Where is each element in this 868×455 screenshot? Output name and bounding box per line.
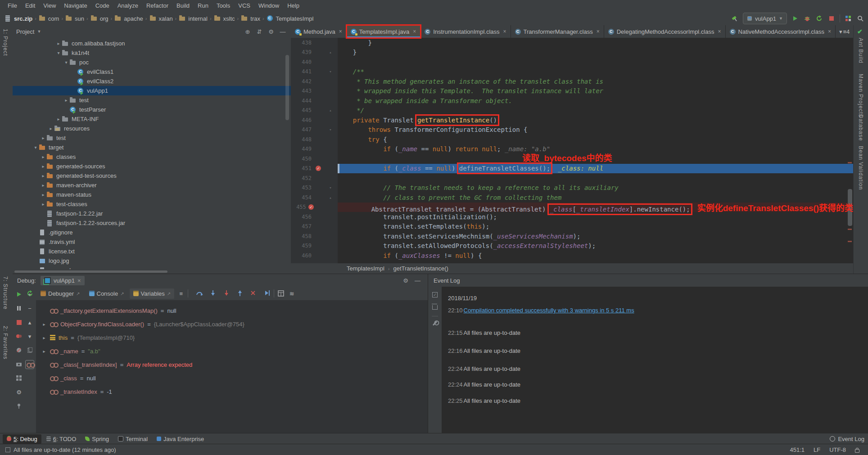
editor-breadcrumb-item[interactable]: getTransletInstance() — [393, 265, 448, 272]
breadcrumb-item[interactable]: internal — [179, 15, 208, 22]
fold-marker[interactable]: ▾ — [325, 185, 336, 190]
file-encoding[interactable]: UTF-8 — [829, 446, 846, 453]
run-to-cursor-icon[interactable] — [263, 289, 271, 297]
line-number[interactable]: 451 — [291, 165, 312, 171]
force-step-into-icon[interactable] — [222, 289, 231, 297]
editor-tab-transformermanager-class[interactable]: CTransformerManager.class× — [511, 25, 604, 38]
tool-window-button--debug[interactable]: 5: Debug — [3, 434, 41, 444]
editor-tab-nativemethodaccessorimpl-class[interactable]: CNativeMethodAccessorImpl.class× — [726, 25, 836, 38]
tool-strip-button-database[interactable]: Database — [858, 114, 864, 141]
tree-item-logo-jpg[interactable]: logo.jpg — [13, 256, 291, 266]
watch-row[interactable]: _class=null — [36, 371, 428, 385]
chevron-collapsed-icon[interactable]: ▸ — [40, 192, 46, 197]
line-ending[interactable]: LF — [814, 446, 820, 453]
menu-item-view[interactable]: View — [39, 0, 60, 12]
move-down-icon[interactable]: ▾ — [26, 332, 34, 340]
tree-item-license-txt[interactable]: license.txt — [13, 247, 291, 256]
line-number[interactable]: 460 — [291, 252, 312, 259]
mute-breakpoints-icon[interactable] — [15, 346, 23, 354]
tool-strip-button-bean-validation[interactable]: Bean Validation — [858, 146, 864, 190]
chevron-collapsed-icon[interactable]: ▸ — [40, 135, 46, 140]
tree-item-target[interactable]: ▾target — [13, 143, 291, 152]
lock-icon[interactable] — [855, 449, 859, 453]
breadcrumb-item[interactable]: xalan — [149, 15, 173, 22]
chevron-expanded-icon[interactable]: ▾ — [32, 145, 39, 150]
evaluate-expression-icon[interactable] — [277, 289, 285, 297]
tree-item-poc[interactable]: ▾poc — [13, 58, 291, 67]
tree-item--travis-yml[interactable]: .travis.yml — [13, 237, 291, 247]
line-number[interactable]: 457 — [291, 223, 312, 230]
editor-tab-templatesimpl-java[interactable]: CTemplatesImpl.java× — [347, 25, 420, 38]
line-number[interactable]: 443 — [291, 88, 312, 94]
error-stripe-mark[interactable] — [848, 241, 852, 242]
close-icon[interactable]: × — [77, 277, 81, 284]
fold-marker[interactable]: ▾ — [325, 69, 336, 74]
menu-item-tools[interactable]: Tools — [212, 0, 234, 12]
tool-window-button-java-enterprise[interactable]: Java Enterprise — [153, 434, 208, 444]
fold-marker[interactable]: ▴ — [325, 108, 336, 113]
menu-item-code[interactable]: Code — [91, 0, 113, 12]
breadcrumb-item[interactable]: com — [39, 15, 59, 22]
add-watch-icon[interactable]: + — [26, 290, 34, 298]
step-over-icon[interactable] — [195, 289, 203, 297]
mark-read-icon[interactable]: ✓ — [432, 292, 438, 297]
chevron-collapsed-icon[interactable]: ▸ — [41, 322, 47, 327]
chevron-collapsed-icon[interactable]: ▸ — [41, 335, 47, 340]
watch-row[interactable]: _tfactory.getExternalExtensionsMap()=nul… — [36, 304, 428, 317]
close-icon[interactable]: × — [339, 28, 342, 35]
line-number[interactable]: 442 — [291, 78, 312, 85]
gear-icon[interactable]: ⚙ — [403, 277, 408, 284]
copy-icon[interactable] — [26, 346, 34, 354]
chevron-collapsed-icon[interactable]: ▸ — [40, 154, 46, 159]
gear-icon[interactable]: ⚙ — [15, 388, 23, 396]
debug-button[interactable] — [803, 14, 811, 23]
remove-watch-icon[interactable]: − — [26, 304, 34, 312]
close-icon[interactable]: × — [718, 28, 721, 35]
project-tree-hscrollbar[interactable] — [14, 270, 167, 273]
chevron-expanded-icon[interactable]: ▾ — [55, 50, 62, 55]
fold-marker[interactable]: ▴ — [325, 50, 336, 54]
line-number[interactable]: 438 — [291, 40, 312, 46]
error-stripe-mark[interactable] — [848, 229, 852, 230]
debug-tab-console[interactable]: Console↗ — [86, 288, 128, 299]
watch-row[interactable]: _class[_transletIndex]=Array reference e… — [36, 358, 428, 371]
run-config-select[interactable]: vulApp1 ▼ — [743, 13, 787, 24]
hide-panel-icon[interactable]: — — [415, 277, 420, 284]
step-into-icon[interactable] — [209, 289, 217, 297]
line-number[interactable]: 453 — [291, 185, 312, 191]
tool-strip-button--favorites[interactable]: 2: Favorites — [2, 326, 9, 360]
line-number[interactable]: 455 — [291, 204, 306, 210]
chevron-collapsed-icon[interactable]: ▸ — [55, 117, 62, 122]
move-up-icon[interactable]: ▴ — [26, 318, 34, 326]
line-number[interactable]: 446 — [291, 117, 312, 123]
pause-icon[interactable] — [15, 304, 23, 312]
close-icon[interactable]: × — [413, 28, 416, 35]
line-number[interactable]: 452 — [291, 175, 312, 181]
breadcrumb-item[interactable]: trax — [241, 15, 260, 22]
breadcrumb-item[interactable]: src.zip — [5, 15, 32, 22]
tool-strip-button--structure[interactable]: 7: Structure — [2, 276, 9, 310]
editor-tab-instrumentationimpl-class[interactable]: CInstrumentationImpl.class× — [420, 25, 511, 38]
chevron-collapsed-icon[interactable]: ▸ — [40, 173, 46, 178]
chevron-collapsed-icon[interactable]: ▸ — [40, 164, 46, 169]
tree-item-test-classes[interactable]: ▸test-classes — [13, 199, 291, 209]
line-number[interactable]: 441 — [291, 68, 312, 75]
debug-tab-variables[interactable]: Variables↗ — [130, 288, 175, 299]
chevron-collapsed-icon[interactable]: ▸ — [63, 98, 69, 103]
chevron-collapsed-icon[interactable]: ▸ — [40, 183, 46, 188]
tool-window-button--todo[interactable]: 6: TODO — [42, 434, 81, 444]
breadcrumb-item[interactable]: CTemplatesImpl — [267, 15, 314, 22]
watch-row[interactable]: ▸ObjectFactory.findClassLoader()={Launch… — [36, 317, 428, 331]
tree-item-maven-archiver[interactable]: ▸maven-archiver — [13, 180, 291, 190]
show-watches-icon[interactable] — [25, 360, 34, 369]
line-number[interactable]: 448 — [291, 136, 312, 143]
menu-item-help[interactable]: Help — [283, 0, 303, 12]
fold-marker[interactable]: ▾ — [325, 127, 336, 132]
tree-item-pom-xml[interactable]: pom.xml — [13, 266, 291, 269]
tree-item-maven-status[interactable]: ▸maven-status — [13, 190, 291, 199]
tree-item-meta-inf[interactable]: ▸META-INF — [13, 114, 291, 124]
restore-layout-icon[interactable] — [15, 374, 23, 382]
menu-item-edit[interactable]: Edit — [21, 0, 39, 12]
run-button[interactable] — [791, 14, 799, 23]
tree-item-generated-sources[interactable]: ▸generated-sources — [13, 162, 291, 171]
